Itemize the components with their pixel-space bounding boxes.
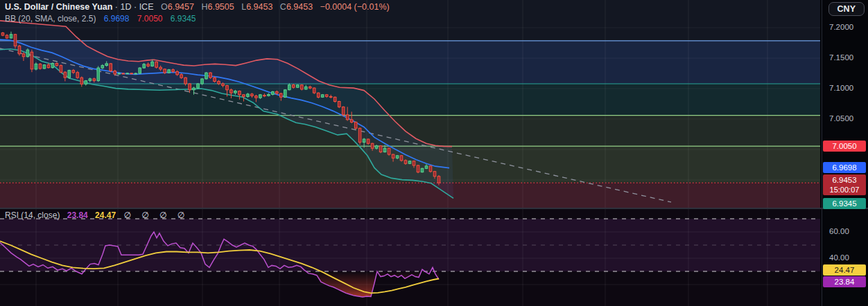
candle-body	[413, 161, 415, 165]
currency-toggle-button[interactable]: CNY	[828, 2, 865, 16]
candle-body	[35, 64, 37, 69]
bb-mid-value: 6.9698	[104, 14, 130, 24]
low-value: 6.9453	[246, 2, 272, 12]
candle-body	[6, 35, 8, 38]
candle-body	[230, 90, 233, 93]
axis-label: 7.0500	[829, 114, 867, 123]
candle-body	[375, 146, 378, 149]
candle-body	[105, 64, 108, 66]
candle-body	[189, 84, 191, 90]
candle-body	[164, 69, 166, 73]
candle-body	[238, 91, 241, 95]
candle-body	[268, 94, 270, 96]
axis-price-badge: 24.47	[823, 264, 866, 276]
candle-body	[301, 85, 304, 89]
candle-body	[130, 73, 133, 74]
candle-body	[47, 65, 50, 68]
rsi-value: 23.84	[67, 210, 88, 220]
candle-body	[367, 139, 370, 143]
candle-body	[383, 148, 386, 152]
candle-body	[309, 87, 312, 88]
candle-body	[197, 84, 200, 88]
candle-body	[325, 95, 328, 97]
candle-body	[97, 68, 100, 81]
candle-body	[234, 91, 237, 93]
candle-body	[184, 78, 187, 84]
candle-body	[222, 84, 225, 86]
candle-body	[417, 165, 419, 172]
high-value: 6.9505	[207, 2, 234, 12]
candle-body	[243, 95, 245, 97]
open-label: O	[161, 2, 168, 12]
candle-body	[209, 73, 212, 78]
axis-label: 7.1000	[829, 84, 867, 92]
candle-body	[371, 143, 374, 148]
candle-body	[64, 72, 67, 78]
candle-body	[280, 93, 283, 97]
candle-body	[201, 79, 204, 84]
axis-label: 60.00	[829, 227, 867, 235]
candle-body	[18, 46, 21, 53]
candle-body	[143, 64, 146, 68]
bb-lower-value: 6.9345	[171, 14, 196, 24]
symbol-legend[interactable]: U.S. Dollar / Chinese Yuan · 1D · ICE O6…	[5, 2, 390, 12]
bb-indicator-legend[interactable]: BB (20, SMA, close, 2.5) 6.9698 7.0050 6…	[5, 14, 196, 24]
candle-body	[39, 64, 42, 69]
candle-body	[333, 97, 336, 101]
candle-body	[68, 71, 71, 78]
candle-body	[126, 73, 129, 74]
candle-body	[114, 71, 116, 74]
chart-canvas[interactable]	[0, 0, 868, 306]
candle-body	[293, 85, 295, 88]
rsi-hidden-plots: ∅ ∅ ∅ ∅	[123, 210, 189, 220]
candle-body	[379, 146, 382, 152]
close-label: C	[280, 2, 286, 12]
candle-body	[429, 166, 432, 172]
candle-body	[272, 91, 275, 94]
candle-body	[51, 64, 54, 68]
exchange-label: ICE	[139, 2, 154, 12]
candle-body	[72, 71, 75, 73]
candle-body	[176, 71, 179, 74]
timeframe-label: 1D	[121, 2, 132, 12]
candle-body	[26, 50, 29, 57]
rsi-title: RSI	[5, 210, 19, 220]
trading-chart-app: U.S. Dollar / Chinese Yuan · 1D · ICE O6…	[0, 0, 868, 306]
candle-body	[288, 85, 291, 90]
candle-body	[180, 75, 183, 78]
candle-body	[226, 86, 229, 90]
legend-separator: ·	[115, 2, 118, 12]
candle-body	[404, 161, 407, 163]
symbol-title: U.S. Dollar / Chinese Yuan	[5, 2, 112, 12]
candle-body	[425, 166, 428, 169]
axis-price-badge: 6.9345	[823, 198, 866, 209]
candle-body	[317, 93, 320, 97]
candle-body	[139, 68, 141, 73]
candle-body	[218, 81, 220, 84]
axis-price-badge: 7.0050	[823, 141, 866, 152]
candle-body	[80, 78, 83, 84]
candle-body	[313, 88, 315, 93]
bb-upper-value: 7.0050	[137, 14, 163, 24]
rsi-indicator-legend[interactable]: RSI (14, close) 23.84 24.47 ∅ ∅ ∅ ∅	[5, 210, 189, 220]
candle-body	[134, 73, 137, 74]
axis-price-badge: 23.84	[823, 276, 866, 287]
axis-label: 7.2000	[829, 23, 867, 31]
candle-body	[421, 168, 424, 172]
candle-body	[305, 87, 308, 89]
candle-body	[396, 156, 399, 159]
candle-body	[263, 96, 266, 96]
candle-body	[22, 54, 25, 57]
candle-body	[110, 64, 112, 71]
candle-body	[251, 94, 254, 96]
candle-body	[354, 122, 357, 128]
candle-body	[437, 177, 440, 183]
candle-body	[151, 62, 154, 66]
candle-body	[247, 94, 250, 97]
candle-body	[60, 66, 62, 73]
candle-body	[118, 73, 121, 74]
candle-body	[122, 73, 125, 74]
candle-body	[358, 128, 361, 142]
candle-body	[433, 172, 436, 177]
candle-body	[1, 33, 4, 36]
